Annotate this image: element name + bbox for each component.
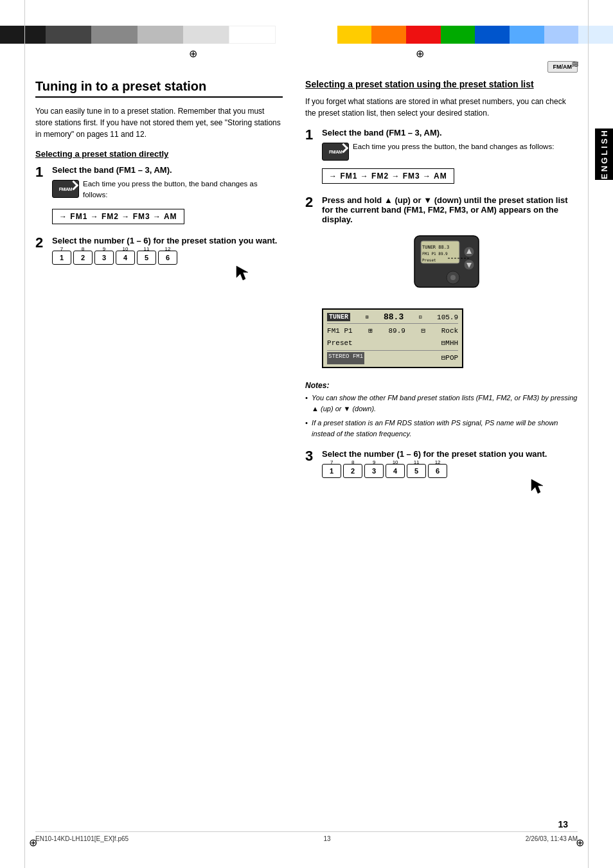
cb4 [138, 26, 183, 44]
right-step1: 1 Select the band (FM1 – 3, AM). FM/AM E… [305, 128, 578, 188]
right-column: Selecting a preset station using the pre… [296, 79, 578, 519]
right-btn-1[interactable]: 7 1 [322, 464, 341, 478]
sidebar-label: ENGLISH [600, 129, 609, 180]
footer-left: EN10-14KD-LH1101[E_EX]f.p65 [35, 835, 129, 842]
tuner-row4-icon: ⊟ [441, 352, 446, 364]
left-step1-title: Select the band (FM1 – 3, AM). [52, 165, 283, 175]
left-step1-band-seq: → FM1 → FM2 → FM3 → AM [52, 209, 184, 224]
right-step2-title: Press and hold ▲ (up) or ▼ (down) until … [322, 195, 578, 224]
left-num-buttons-row: 7 1 8 2 9 3 10 4 [52, 251, 283, 265]
right-step3: 3 Select the number (1 – 6) for the pres… [305, 449, 578, 511]
right-btn-3[interactable]: 9 3 [364, 464, 384, 478]
right-cursor-arrow [526, 477, 546, 496]
right-btn-6-sup: 12 [435, 459, 441, 465]
cb10 [441, 26, 475, 44]
tuner-row4-right: POP [445, 352, 458, 364]
left-step2-title: Select the number (1 – 6) for the preset… [52, 236, 283, 245]
left-btn-2[interactable]: 8 2 [73, 251, 93, 265]
cb12 [510, 26, 544, 44]
cb5 [183, 26, 229, 44]
right-step3-content: Select the number (1 – 6) for the preset… [322, 449, 578, 511]
left-btn-5-sup: 11 [144, 246, 150, 252]
right-step1-title: Select the band (FM1 – 3, AM). [322, 128, 578, 137]
left-btn-6[interactable]: 12 6 [158, 251, 177, 265]
intro-text: You can easily tune in to a preset stati… [35, 105, 283, 140]
top-fmam-icon-area: FM/AM ≋ [547, 61, 578, 73]
right-step1-band-seq: → FM1 → FM2 → FM3 → AM [322, 168, 454, 184]
right-btn-1-sup: 7 [330, 459, 333, 465]
right-step2: 2 Press and hold ▲ (up) or ▼ (down) unti… [305, 195, 578, 373]
tuner-row2-icon: ⊞ [368, 325, 373, 337]
left-btn-1-sup: 7 [60, 246, 63, 252]
tuner-row2-left: FM1 P1 [327, 325, 353, 337]
main-content: Tuning in to a preset station You can ea… [0, 66, 613, 532]
left-btn-1[interactable]: 7 1 [52, 251, 71, 265]
tuner-row3-icon: ⊟ [441, 337, 446, 350]
tuner-row2-right: ⊟ [421, 325, 425, 337]
right-step2-content: Press and hold ▲ (up) or ▼ (down) until … [322, 195, 578, 373]
right-btn-2[interactable]: 8 2 [343, 464, 362, 478]
right-btn-4[interactable]: 10 4 [386, 464, 405, 478]
right-btn-5[interactable]: 11 5 [407, 464, 426, 478]
cb14 [578, 26, 613, 44]
notes-list: You can show the other FM band preset st… [305, 393, 578, 439]
tuner-icon-2: ⊟ [419, 314, 422, 320]
right-btn-6[interactable]: 12 6 [428, 464, 447, 478]
left-btn-3[interactable]: 9 3 [94, 251, 114, 265]
page-number: 13 [558, 819, 568, 829]
left-step1-number: 1 [35, 165, 47, 179]
svg-point-11 [450, 275, 456, 280]
crosshair-left: ⊕ [189, 48, 197, 60]
footer: EN10-14KD-LH1101[E_EX]f.p65 13 2/26/03, … [35, 831, 578, 842]
tuner-row2-mid: 89.9 [389, 325, 405, 337]
right-step3-number: 3 [305, 449, 317, 463]
device-svg: TUNER 88.3 FM1 P1 89.9 Preset [408, 229, 492, 303]
center-crosshairs: ⊕ ⊕ [0, 47, 613, 60]
fmam-button-display: FM/AM ≋ [547, 61, 578, 73]
notes-item-2: If a preset station is an FM RDS station… [305, 418, 578, 439]
left-step2-content: Select the number (1 – 6) for the preset… [52, 236, 283, 298]
right-step1-desc: FM/AM Each time you press the button, th… [322, 141, 578, 161]
language-sidebar: ENGLISH [595, 128, 613, 180]
color-bar-left [0, 26, 276, 44]
left-btn-2-sup: 8 [82, 246, 84, 252]
svg-text:FM1 P1  89.9: FM1 P1 89.9 [422, 251, 448, 256]
cb6 [229, 26, 276, 44]
right-btn-2-sup: 8 [351, 459, 354, 465]
tuner-rows: FM1 P1 ⊞ 89.9 ⊟ Rock Preset ⊟ MHH S [327, 325, 458, 364]
svg-text:TUNER 88.3: TUNER 88.3 [422, 245, 449, 250]
right-btn-4-sup: 10 [393, 459, 398, 465]
left-step2: 2 Select the number (1 – 6) for the pres… [35, 236, 283, 298]
cb3 [91, 26, 137, 44]
tuner-right-freq: 105.9 [437, 314, 458, 321]
fmam-icon-left-s1: FM/AM [52, 180, 79, 198]
footer-right: 2/26/03, 11:43 AM [526, 835, 578, 842]
right-section-header: Selecting a preset station using the pre… [305, 79, 578, 89]
color-bar [0, 26, 613, 44]
cb8 [371, 26, 406, 44]
footer-center: 13 [323, 835, 330, 842]
device-illustration-container: TUNER 88.3 FM1 P1 89.9 Preset [322, 229, 578, 303]
right-step1-number: 1 [305, 128, 317, 142]
right-btn-3-sup: 9 [373, 459, 375, 465]
left-btn-5[interactable]: 11 5 [137, 251, 156, 265]
left-border [24, 0, 25, 868]
tuner-row3: Preset ⊟ MHH [327, 337, 458, 350]
right-num-buttons-row: 7 1 8 2 9 3 10 4 [322, 464, 578, 478]
right-step3-title: Select the number (1 – 6) for the preset… [322, 449, 578, 459]
tuner-main-freq: 88.3 [384, 312, 404, 322]
right-step2-number: 2 [305, 195, 317, 209]
right-num-buttons-wrapper: 7 1 8 2 9 3 10 4 [322, 464, 578, 496]
tuner-row4-label: STEREO FM1 [327, 352, 364, 364]
left-step1-content: Select the band (FM1 – 3, AM). FM/AM Eac… [52, 165, 283, 228]
left-btn-4[interactable]: 10 4 [116, 251, 135, 265]
left-step1-desc: FM/AM Each time you press the button, th… [52, 179, 283, 201]
left-step1: 1 Select the band (FM1 – 3, AM). FM/AM E… [35, 165, 283, 228]
right-btn-5-sup: 11 [414, 459, 420, 465]
tuner-display: TUNER ⊞ 88.3 ⊟ 105.9 FM1 P1 ⊞ 89.9 ⊟ Roc… [322, 308, 463, 368]
notes-section: Notes: You can show the other FM band pr… [305, 381, 578, 439]
bottom-crosshair-left: ⊕ [29, 837, 37, 849]
cb11 [475, 26, 510, 44]
tuner-row1: TUNER ⊞ 88.3 ⊟ 105.9 [327, 312, 458, 324]
cb1 [0, 26, 46, 44]
